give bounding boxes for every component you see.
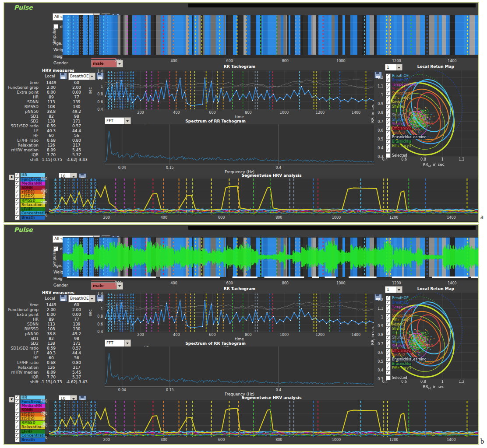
return-map-legend-item[interactable]: StroopTest1	[386, 309, 427, 313]
selected-checkbox[interactable]	[386, 153, 391, 158]
chevron-down-icon[interactable]	[396, 64, 402, 71]
chevron-down-icon[interactable]	[396, 287, 402, 293]
return-map-legend-item[interactable]: Koster2	[386, 130, 427, 135]
save-icon[interactable]	[60, 295, 67, 301]
spectrum-method-select[interactable]: FFT	[105, 117, 131, 125]
hrv-compare-value: 2.00	[64, 85, 89, 90]
axis-tick: 800	[282, 59, 289, 63]
hrv-compare-value: 60	[64, 303, 89, 308]
return-map-legend-item[interactable]: Efficiency1	[386, 95, 427, 100]
hrv-measure-row: LF 40.3 44.4	[4, 351, 105, 356]
segment-legend-item[interactable]: Breath	[15, 216, 45, 220]
return-map-legend-item[interactable]: Shulte1	[386, 326, 427, 331]
hrv-compare-value: 171	[64, 341, 89, 346]
return-map-legend-item[interactable]: StroopTest1	[386, 87, 427, 91]
hrv-local-value: 60	[39, 356, 64, 360]
return-map-legend-item[interactable]: Shulte4	[386, 117, 427, 122]
axis-tick: 1000	[336, 281, 345, 285]
axis-tick: 200	[103, 216, 110, 220]
legend-label: StroopTest2	[392, 314, 413, 318]
axis-tick: 1	[101, 307, 103, 311]
axis-tick: 400	[161, 438, 167, 442]
hrv-measure-row: HF 60 56	[4, 356, 105, 360]
return-map-legend-item[interactable]: Koster1	[386, 322, 427, 326]
return-map-selected-row[interactable]: Selected	[386, 153, 407, 158]
chevron-down-icon[interactable]	[124, 118, 131, 124]
return-map-legend-item[interactable]: BreathCE	[386, 78, 427, 82]
axis-tick: 0.6	[401, 158, 407, 161]
close-legend-button[interactable]: x	[9, 397, 14, 402]
axis-tick: 0.15	[166, 388, 174, 392]
return-map-legend-item[interactable]: Efficiency2	[386, 348, 427, 353]
hrv-col-local: Local	[41, 74, 59, 78]
axis-tick: 0	[45, 214, 47, 217]
axis-tick: 0.6	[378, 128, 383, 132]
legend-label: Brusnichka	[392, 140, 412, 144]
return-map-legend-item[interactable]: StroopTest2	[386, 91, 427, 95]
axis-tick: 1.1	[378, 84, 383, 88]
return-map-legend-item[interactable]	[386, 148, 427, 152]
return-map-legend-item[interactable]	[386, 370, 427, 374]
return-map-legend-item[interactable]: Koster2	[386, 353, 427, 357]
legend-label: BreathCE	[392, 78, 409, 82]
legend-label: Shulte1	[392, 105, 406, 108]
hrv-compare-value: 0.57	[64, 346, 89, 351]
checkbox[interactable]	[15, 215, 20, 220]
axis-tick: 200	[137, 111, 144, 115]
hrv-measure-label: RMSSD	[4, 327, 39, 332]
segment-legend-item[interactable]: Breath	[15, 438, 45, 442]
return-map-selected-row[interactable]: Selected	[386, 375, 407, 380]
checkbox[interactable]	[386, 148, 391, 153]
return-map-legend-item[interactable]: Shulte5	[386, 122, 427, 126]
hrv-local-value: 89	[39, 95, 64, 100]
legend-label: Efficiency1	[392, 318, 412, 322]
hrv-compare-select[interactable]: BreathOE	[68, 73, 95, 80]
return-map-legend-item[interactable]: Shulte3	[386, 113, 427, 117]
checkbox[interactable]	[15, 438, 20, 442]
return-map-legend-item[interactable]: BreathOE	[386, 74, 427, 78]
hrv-local-value: -1.15|-0.75	[39, 380, 64, 385]
axis-tick: 0.8	[378, 111, 383, 115]
axis-tick: 0.4	[97, 108, 103, 112]
impulse-xticks: 200400600800100012001400	[63, 59, 479, 63]
return-map-legend-item[interactable]: Koster1	[386, 100, 427, 104]
axis-tick: 800	[275, 216, 282, 220]
return-map-legend-item[interactable]: Temperament	[386, 82, 427, 87]
return-map-legend-item[interactable]: BreathCE	[386, 300, 427, 304]
checkbox[interactable]	[386, 370, 391, 375]
top-toolbar-strip	[188, 4, 476, 7]
return-map-legend-item[interactable]: StroopTest2	[386, 313, 427, 318]
chevron-down-icon[interactable]	[124, 340, 131, 346]
spectrum-method-select[interactable]: FFT	[105, 340, 131, 347]
return-map-legend-item[interactable]: Efficiency1	[386, 318, 427, 322]
legend-label: BreathOE	[392, 296, 409, 300]
return-map-legend-item[interactable]: Efficiency3	[386, 144, 427, 148]
return-map-legend-item[interactable]: Shulte5	[386, 344, 427, 348]
return-map-legend-item[interactable]: Brusnichka	[386, 361, 427, 366]
hrv-measure-row: SDNN 113 139	[4, 322, 105, 327]
return-map-legend-item[interactable]: Efficiency3	[386, 366, 427, 370]
save-icon[interactable]	[60, 73, 67, 79]
hrv-local-value: 138	[39, 341, 64, 346]
segmentwise-title: Segmentwise HRV analysis	[241, 173, 301, 178]
return-map-legend-item[interactable]: Shulte4	[386, 340, 427, 344]
return-map-yticks: 0.30.40.50.60.70.80.911.11.2	[374, 70, 383, 157]
hrv-compare-select[interactable]: BreathOE	[68, 295, 95, 302]
return-map-legend-item[interactable]: Shulte2	[386, 108, 427, 113]
return-map-legend-item[interactable]: Brusnichka	[386, 139, 427, 144]
tachogram-chart	[105, 70, 374, 110]
close-legend-button[interactable]: x	[9, 175, 14, 180]
return-map-legend-item[interactable]: BrusnichkaLearning	[386, 135, 427, 139]
axis-tick: 0.5	[378, 137, 383, 141]
return-map-legend-item[interactable]: BreathOE	[386, 296, 427, 300]
axis-tick: 0.6	[378, 350, 383, 354]
return-map-legend-item[interactable]: Temperament	[386, 304, 427, 309]
return-map-legend-item[interactable]: Shulte1	[386, 104, 427, 108]
return-map-legend-item[interactable]: Shulte3	[386, 335, 427, 340]
hrv-local-value: 38.8	[39, 332, 64, 336]
return-map-legend-item[interactable]: Efficiency2	[386, 126, 427, 130]
selected-checkbox[interactable]	[386, 375, 391, 380]
hrv-measure-label: time	[4, 80, 39, 85]
return-map-legend-item[interactable]: BrusnichkaLearning	[386, 357, 427, 361]
return-map-legend-item[interactable]: Shulte2	[386, 331, 427, 335]
